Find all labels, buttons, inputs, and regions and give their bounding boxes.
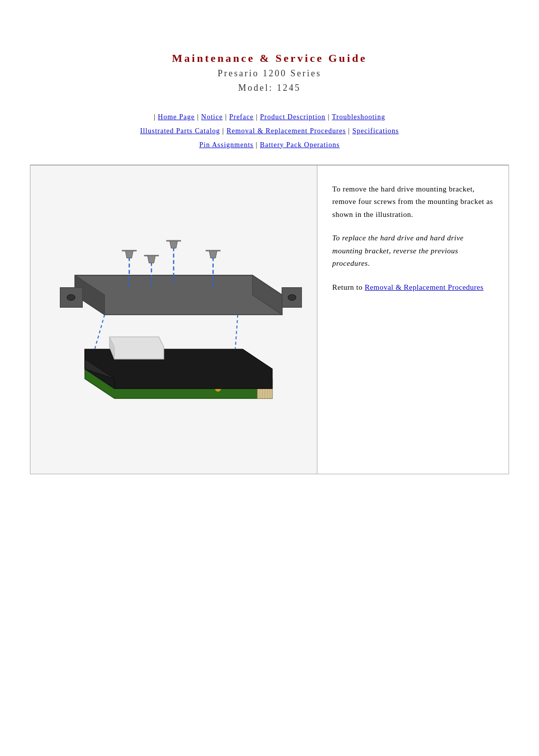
instruction-paragraph-1: To remove the hard drive mounting bracke… — [332, 183, 494, 221]
nav-link-pin-assignments[interactable]: Pin Assignments — [199, 141, 254, 149]
page-title-line1: Maintenance & Service Guide — [30, 50, 509, 66]
nav-link-illustrated-parts[interactable]: Illustrated Parts Catalog — [140, 127, 220, 135]
page-title-line2: Presario 1200 Series Model: 1245 — [30, 66, 509, 95]
illustration-panel — [30, 166, 317, 474]
instruction-paragraph-2: To replace the hard drive and hard drive… — [332, 232, 494, 270]
svg-marker-29 — [209, 250, 217, 258]
svg-line-35 — [235, 315, 238, 349]
instruction-paragraph-3: Return to Removal & Replacement Procedur… — [332, 281, 494, 294]
mounting-bracket — [60, 275, 302, 315]
return-prefix: Return to — [332, 283, 365, 291]
svg-line-34 — [95, 315, 105, 349]
return-link[interactable]: Removal & Replacement Procedures — [365, 283, 484, 291]
nav-link-preface[interactable]: Preface — [229, 113, 254, 121]
page-header: Maintenance & Service Guide Presario 120… — [30, 50, 509, 95]
nav-link-removal-replacement[interactable]: Removal & Replacement Procedures — [227, 127, 346, 135]
navigation: | Home Page | Notice | Preface | Product… — [45, 110, 494, 152]
nav-link-battery-pack[interactable]: Battery Pack Operations — [260, 141, 340, 149]
nav-link-troubleshooting[interactable]: Troubleshooting — [332, 113, 385, 121]
text-panel: To remove the hard drive mounting bracke… — [317, 166, 509, 474]
hdd-illustration — [45, 196, 302, 443]
svg-marker-36 — [109, 337, 164, 359]
nav-link-homepage[interactable]: Home Page — [158, 113, 195, 121]
content-box: To remove the hard drive mounting bracke… — [30, 165, 509, 474]
svg-marker-32 — [148, 255, 156, 263]
page: Maintenance & Service Guide Presario 120… — [0, 0, 539, 756]
svg-point-21 — [288, 294, 296, 300]
svg-point-18 — [67, 294, 75, 300]
nav-link-specifications[interactable]: Specifications — [352, 127, 399, 135]
nav-link-notice[interactable]: Notice — [201, 113, 223, 121]
svg-marker-26 — [170, 241, 178, 248]
svg-marker-13 — [75, 275, 282, 315]
hdd-bottom-unit — [85, 349, 272, 398]
nav-link-product-description[interactable]: Product Description — [260, 113, 325, 121]
svg-marker-23 — [125, 250, 133, 258]
